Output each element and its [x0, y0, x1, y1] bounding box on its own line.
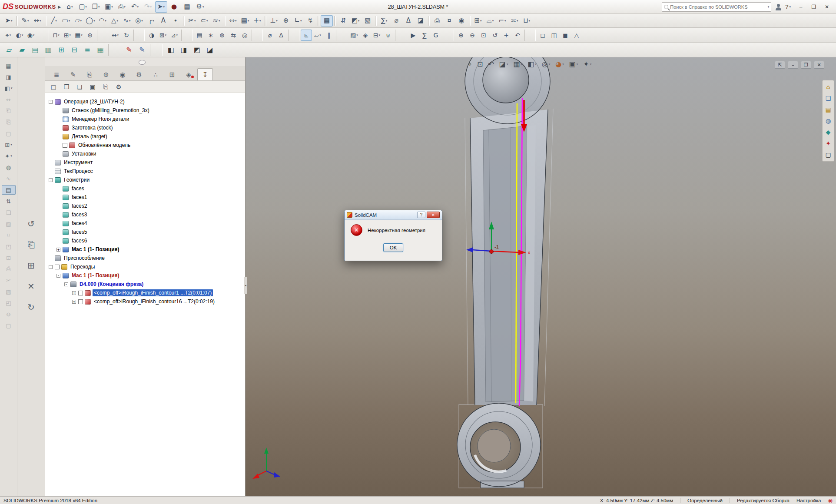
- display-pane-icon[interactable]: ◨ ▾: [2, 72, 16, 82]
- appearance-icon[interactable]: ◉ ▾: [25, 30, 36, 41]
- tab-cam-settings[interactable]: ⚙: [131, 68, 147, 80]
- record-icon[interactable]: ● ▾: [168, 1, 180, 13]
- snap-icon[interactable]: ✦ ▾: [2, 151, 16, 161]
- save-icon[interactable]: ▣ ▾: [103, 1, 115, 13]
- mold-tools-icon[interactable]: ⊔ ▾: [521, 15, 533, 27]
- tree-item[interactable]: Приспособление: [49, 254, 243, 262]
- tree-item-label[interactable]: faces: [70, 185, 86, 192]
- grid-icon[interactable]: ⊞ ▾: [2, 140, 16, 149]
- rotate-ccw-icon[interactable]: ↺: [23, 217, 39, 230]
- cam-face-mill-icon[interactable]: ◧ ▾: [164, 44, 177, 56]
- ok-button[interactable]: OK: [383, 243, 403, 252]
- move-icon[interactable]: ↔ ▾: [2, 95, 16, 104]
- hide-show-icon[interactable]: ◎ ▾: [542, 60, 550, 68]
- zoom-in-icon[interactable]: ⊕ ▾: [455, 30, 467, 41]
- item-checkbox[interactable]: [63, 143, 67, 148]
- cam-settings-icon[interactable]: ⚙: [114, 82, 123, 92]
- frame-icon[interactable]: ◳ ▾: [2, 242, 16, 251]
- ring-icon[interactable]: ⊚ ▾: [2, 309, 16, 319]
- separator[interactable]: ▾: [288, 30, 299, 41]
- copy-icon[interactable]: ⎘: [101, 82, 110, 92]
- tree-item[interactable]: Деталь (target): [49, 132, 243, 141]
- tree-item[interactable]: - Mac 1 (1- Позиция): [49, 271, 243, 280]
- new-cam-part-icon[interactable]: ▢: [49, 82, 58, 92]
- search-input[interactable]: [670, 4, 766, 10]
- scene-icon[interactable]: ▣ ▾: [569, 60, 578, 68]
- tree-item-label[interactable]: faces4: [70, 220, 88, 227]
- tab-solidcam[interactable]: ↧: [197, 68, 213, 80]
- expander-icon[interactable]: -: [49, 100, 53, 104]
- section-view-icon[interactable]: ◪ ▾: [499, 60, 508, 68]
- globe-icon[interactable]: ◍: [824, 116, 833, 125]
- item-checkbox[interactable]: [78, 291, 83, 295]
- user-account-icon[interactable]: [775, 3, 782, 10]
- zoom-area-icon[interactable]: ⊡ ▾: [477, 60, 483, 68]
- polygon-icon[interactable]: △ ▾: [109, 15, 121, 27]
- line-icon[interactable]: ╱ ▾: [48, 15, 60, 27]
- sketch-text-icon[interactable]: A ▾: [157, 15, 169, 27]
- separator[interactable]: ▾: [224, 16, 226, 26]
- separator[interactable]: ▾: [318, 16, 319, 26]
- hidden-lines-icon[interactable]: ◫ ▾: [548, 30, 560, 41]
- tree-item[interactable]: Заготовка (stock): [49, 123, 243, 132]
- cut-icon[interactable]: ✂ ▾: [2, 275, 16, 285]
- tab-dimxpertmanager[interactable]: ⊕: [98, 68, 114, 80]
- save-icon[interactable]: ▣: [88, 82, 97, 92]
- previous-view-icon[interactable]: ↶ ▾: [488, 60, 494, 68]
- tree-item-label[interactable]: Менеджер Ноля детали: [70, 116, 130, 123]
- tree-item[interactable]: Обновлённая модель: [49, 141, 243, 149]
- previous-view-icon[interactable]: ↶ ▾: [512, 30, 523, 41]
- shaded-icon[interactable]: ◼ ▾: [560, 30, 571, 41]
- status-sync-icon[interactable]: ◉: [828, 497, 833, 504]
- layers-icon[interactable]: ❏: [824, 94, 833, 103]
- tree-item[interactable]: faces4: [49, 219, 243, 228]
- tree-item[interactable]: Инструмент: [49, 158, 243, 167]
- separator[interactable]: ▾: [16, 16, 18, 26]
- separator[interactable]: ▾: [97, 30, 108, 41]
- tree-item[interactable]: faces5: [49, 228, 243, 236]
- cam-levels-icon[interactable]: ≣ ▾: [81, 44, 94, 56]
- spotlight-icon[interactable]: ◍ ▾: [2, 162, 16, 172]
- separator[interactable]: ▾: [336, 30, 347, 41]
- item-checkbox[interactable]: [78, 299, 83, 304]
- blank-sheet-icon[interactable]: ▢ ▾: [2, 129, 16, 138]
- appearance-target-icon[interactable]: ◧ ▾: [2, 83, 16, 93]
- separator[interactable]: ▾: [108, 44, 121, 56]
- smart-dimension-icon[interactable]: ↔ ▾: [31, 15, 43, 27]
- tree-item-label[interactable]: Переходы: [69, 263, 96, 270]
- paste-icon[interactable]: ⎘ ▾: [2, 117, 16, 127]
- folder-icon[interactable]: ▤: [824, 105, 833, 114]
- dialog-close-button[interactable]: ✕: [427, 212, 440, 218]
- separator[interactable]: ▾: [443, 30, 454, 41]
- folder-icon[interactable]: ❏: [75, 82, 84, 92]
- tree-item[interactable]: - Операция (28_ШАТУН-2): [49, 97, 243, 106]
- zoom-fit-icon[interactable]: ⊡ ▾: [478, 30, 489, 41]
- tree-item-label[interactable]: Операция (28_ШАТУН-2): [63, 98, 126, 105]
- separator[interactable]: ▾: [181, 30, 192, 41]
- delete-red-icon[interactable]: ✕: [23, 280, 39, 293]
- new-document-icon[interactable]: ▢ ▾: [77, 1, 89, 13]
- minimize-button[interactable]: –: [794, 2, 807, 12]
- minimize-icon[interactable]: –: [788, 61, 798, 69]
- separator[interactable]: ▾: [375, 16, 377, 26]
- component-pattern-icon[interactable]: ▦ ▾: [73, 30, 84, 41]
- expander-icon[interactable]: +: [56, 248, 60, 252]
- tree-item-label[interactable]: Обновлённая модель: [77, 142, 132, 149]
- rotate-component-icon[interactable]: ↻ ▾: [121, 30, 132, 41]
- settings-icon[interactable]: ⚙ ▾: [194, 1, 206, 13]
- expander-icon[interactable]: -: [49, 265, 53, 269]
- coordinate-system-icon[interactable]: ⊾ ▾: [301, 30, 312, 41]
- edit-contour-blue-icon[interactable]: ✎ ▾: [136, 44, 149, 56]
- tab-propertymanager[interactable]: ✎: [65, 68, 81, 80]
- tree-item-label[interactable]: Инструмент: [63, 159, 94, 166]
- expander-icon[interactable]: +: [72, 300, 76, 304]
- tree-item-label[interactable]: <comp_off>iRough_iFinish_contour16 ...T2…: [93, 298, 216, 305]
- sketch-icon[interactable]: ✎ ▾: [19, 15, 31, 27]
- calculate-icon[interactable]: ∑ ▾: [419, 30, 430, 41]
- insert-component-icon[interactable]: ⊞ ▾: [62, 30, 73, 41]
- export-dxf-icon[interactable]: ⎙ ▾: [431, 15, 443, 27]
- dock-icon[interactable]: ⇱: [775, 61, 785, 69]
- stock-definition-icon[interactable]: ▨ ▾: [348, 30, 360, 41]
- plane-icon[interactable]: ▱ ▾: [312, 30, 323, 41]
- separator[interactable]: ▾: [469, 16, 471, 26]
